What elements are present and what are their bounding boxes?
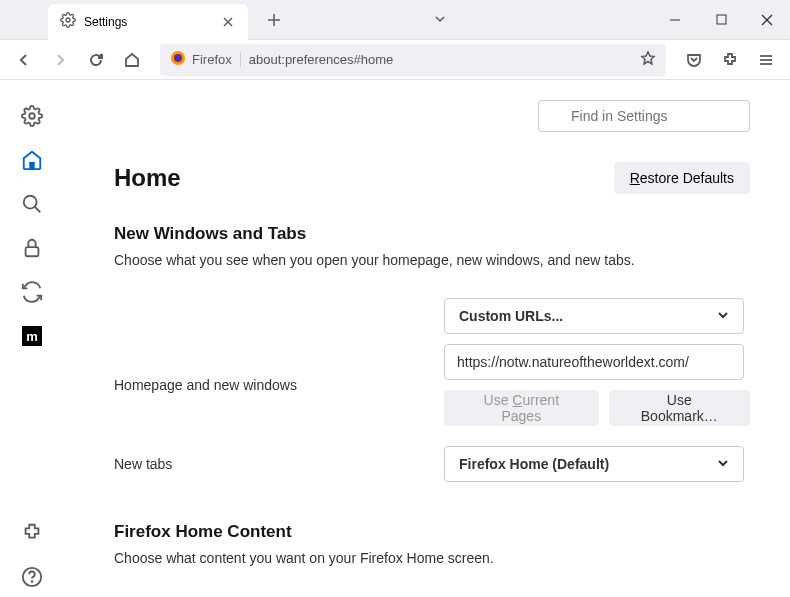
newtabs-dropdown[interactable]: Firefox Home (Default): [444, 446, 744, 482]
find-settings-input[interactable]: [538, 100, 750, 132]
home-button[interactable]: [116, 44, 148, 76]
dropdown-value: Firefox Home (Default): [459, 456, 609, 472]
reload-button[interactable]: [80, 44, 112, 76]
section-home-content-desc: Choose what content you want on your Fir…: [114, 550, 750, 566]
homepage-mode-dropdown[interactable]: Custom URLs...: [444, 298, 744, 334]
chevron-down-icon: [717, 456, 729, 472]
url-text: about:preferences#home: [249, 52, 632, 67]
sidebar-sync[interactable]: [12, 272, 52, 312]
svg-point-10: [174, 54, 182, 62]
page-title: Home: [114, 164, 181, 192]
sidebar-extensions[interactable]: [12, 513, 52, 553]
sidebar-general[interactable]: [12, 96, 52, 136]
section-home-content-title: Firefox Home Content: [114, 522, 750, 542]
tabs-dropdown-icon[interactable]: [434, 11, 446, 29]
menu-button[interactable]: [750, 44, 782, 76]
use-current-pages-button[interactable]: Use Current Pages: [444, 390, 599, 426]
forward-button[interactable]: [44, 44, 76, 76]
browser-tab[interactable]: Settings: [48, 4, 248, 40]
use-bookmark-button[interactable]: Use Bookmark…: [609, 390, 750, 426]
homepage-label: Homepage and new windows: [114, 377, 444, 393]
toolbar: Firefox about:preferences#home: [0, 40, 790, 80]
sidebar-privacy[interactable]: [12, 228, 52, 268]
urlbar[interactable]: Firefox about:preferences#home: [160, 44, 666, 76]
section-new-windows-desc: Choose what you see when you open your h…: [114, 252, 750, 268]
main-panel: Home Restore Defaults New Windows and Ta…: [64, 80, 790, 597]
bookmark-star-icon[interactable]: [640, 50, 656, 70]
minimize-button[interactable]: [652, 0, 698, 40]
svg-point-16: [24, 196, 37, 209]
firefox-icon: [170, 50, 186, 70]
chevron-down-icon: [717, 308, 729, 324]
newtabs-label: New tabs: [114, 456, 444, 472]
close-window-button[interactable]: [744, 0, 790, 40]
svg-point-15: [29, 113, 35, 119]
dropdown-value: Custom URLs...: [459, 308, 563, 324]
sidebar: m: [0, 80, 64, 597]
sidebar-search[interactable]: [12, 184, 52, 224]
restore-defaults-button[interactable]: Restore Defaults: [614, 162, 750, 194]
extensions-button[interactable]: [714, 44, 746, 76]
sidebar-mozilla[interactable]: m: [12, 316, 52, 356]
svg-rect-18: [26, 247, 39, 256]
sidebar-help[interactable]: [12, 557, 52, 597]
svg-point-0: [66, 18, 70, 22]
maximize-button[interactable]: [698, 0, 744, 40]
pocket-button[interactable]: [678, 44, 710, 76]
titlebar: Settings: [0, 0, 790, 40]
svg-point-20: [32, 581, 33, 582]
mozilla-icon: m: [22, 326, 42, 346]
window-controls: [652, 0, 790, 40]
svg-marker-11: [642, 52, 654, 64]
close-tab-icon[interactable]: [220, 14, 236, 30]
gear-icon: [60, 12, 76, 32]
back-button[interactable]: [8, 44, 40, 76]
find-settings-wrap: [538, 100, 750, 132]
section-new-windows-title: New Windows and Tabs: [114, 224, 750, 244]
tab-title: Settings: [84, 15, 212, 29]
homepage-url-input[interactable]: [444, 344, 744, 380]
identity-label: Firefox: [192, 52, 241, 67]
content-area: m Home Restore Defaults New Windows and …: [0, 80, 790, 597]
svg-rect-6: [717, 15, 726, 24]
svg-line-17: [35, 207, 41, 213]
new-tab-button[interactable]: [260, 6, 288, 34]
identity-box[interactable]: Firefox: [170, 50, 241, 70]
sidebar-home[interactable]: [12, 140, 52, 180]
